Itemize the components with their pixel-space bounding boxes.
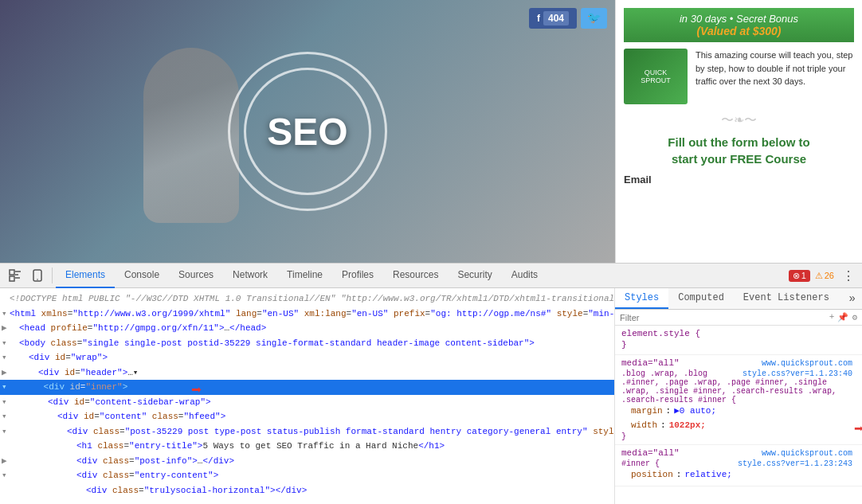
- element-picker-icon[interactable]: [4, 264, 26, 287]
- seo-label: SEO: [267, 110, 347, 154]
- course-section: QUICKSPROUT This amazing course will tea…: [624, 49, 854, 104]
- add-style-icon[interactable]: +: [829, 312, 835, 322]
- svg-point-6: [37, 279, 38, 280]
- html-line: ▶ <head profile="http://gmpg.org/xfn/11"…: [0, 321, 614, 336]
- divider: 〜❧〜: [624, 112, 854, 129]
- seo-circle-outer: SEO: [228, 52, 387, 211]
- html-line: <!DOCTYPE html PUBLIC "-//W3C//DTD XHTML…: [0, 291, 614, 307]
- html-line: ▾ <div class="post-35229 post type-post …: [0, 424, 614, 440]
- devtools-toolbar: Elements Console Sources Network Timelin…: [0, 263, 862, 288]
- email-label: Email: [624, 174, 854, 186]
- html-arrow-indicator: ➡: [191, 378, 202, 404]
- html-line: ▾ <html xmlns="http://www.w3.org/1999/xh…: [0, 307, 614, 322]
- course-image: QUICKSPROUT: [624, 49, 688, 104]
- seo-circle-inner: SEO: [244, 68, 371, 195]
- styles-filter-input[interactable]: [620, 313, 826, 322]
- more-options-button[interactable]: ⋮: [839, 266, 858, 285]
- tab-console[interactable]: Console: [115, 263, 169, 288]
- webpage-right-content: in 30 days • Secret Bonus (Valued at $30…: [615, 0, 862, 263]
- html-line: <h1 class="entry-title"> 5 Ways to get S…: [0, 439, 614, 454]
- style-prop-width: width : 1022px; ➡: [621, 419, 856, 433]
- social-bar: f 404 🐦: [529, 8, 607, 29]
- svg-rect-4: [10, 276, 14, 281]
- facebook-icon: f: [537, 13, 540, 24]
- tab-timeline[interactable]: Timeline: [277, 263, 332, 288]
- selected-html-line[interactable]: ▾ <div id="inner"> ➡: [0, 380, 614, 395]
- twitter-icon: 🐦: [587, 11, 601, 24]
- html-panel[interactable]: <!DOCTYPE html PUBLIC "-//W3C//DTD XHTML…: [0, 288, 615, 504]
- styles-arrow-indicator: ➡: [854, 417, 862, 443]
- facebook-button[interactable]: f 404: [529, 8, 577, 29]
- mobile-emulation-icon[interactable]: [26, 264, 49, 287]
- style-prop-position: position : relative;: [621, 468, 856, 483]
- twitter-button[interactable]: 🐦: [581, 8, 607, 29]
- html-line: ▾ <body class="single single-post postid…: [0, 336, 614, 351]
- style-selector: element.style {: [621, 329, 856, 338]
- html-line: <div class="trulysocial-horizontal"></di…: [0, 483, 614, 498]
- styles-panel: Styles Computed Event Listeners » + 📌 ⚙ …: [615, 288, 862, 504]
- tab-sources[interactable]: Sources: [169, 263, 223, 288]
- html-line: ▾ <div class="entry-content">: [0, 468, 614, 483]
- tab-event-listeners[interactable]: Event Listeners: [734, 288, 839, 309]
- style-media-attr2: media="all": [621, 448, 680, 458]
- warn-icon: ⚠: [815, 271, 823, 281]
- style-close: }: [621, 340, 856, 350]
- style-source3[interactable]: www.quicksprout.com: [762, 449, 856, 458]
- settings-icon[interactable]: ⚙: [852, 312, 857, 322]
- seo-hero-image: SEO f 404 🐦: [0, 0, 615, 263]
- webpage-preview: SEO f 404 🐦 in 30 days • Secret Bonus (V…: [0, 0, 862, 263]
- warn-badge: ⚠ 26: [815, 271, 834, 281]
- tab-resources[interactable]: Resources: [383, 263, 448, 288]
- style-block-media1: media="all" www.quicksprout.com .blog .w…: [615, 355, 862, 445]
- warn-count: 26: [825, 271, 834, 280]
- html-line: ▶ <div class="post-info"> …</div>: [0, 454, 614, 469]
- html-line: ▶ <div id="header"> …▾: [0, 365, 614, 381]
- styles-tab-bar: Styles Computed Event Listeners »: [615, 288, 862, 310]
- style-source4[interactable]: style.css?ver=1.1.23:243: [738, 459, 856, 468]
- style-block-element: element.style { }: [615, 326, 862, 355]
- style-source2[interactable]: style.css?ver=1.1.23:40: [742, 369, 856, 378]
- devtools-main: <!DOCTYPE html PUBLIC "-//W3C//DTD XHTML…: [0, 288, 862, 504]
- style-source1[interactable]: www.quicksprout.com: [762, 359, 856, 368]
- filter-icons: + 📌 ⚙: [829, 312, 857, 322]
- html-line: ▾ <div id="content" class="hfeed">: [0, 409, 614, 424]
- tab-profiles[interactable]: Profiles: [332, 263, 383, 288]
- html-line: ▾ <div id="wrap">: [0, 350, 614, 365]
- html-line: ▾ <div id="content-sidebar-wrap">: [0, 395, 614, 410]
- bonus-header: in 30 days • Secret Bonus (Valued at $30…: [624, 8, 854, 42]
- course-description: This amazing course will teach you, step…: [695, 49, 854, 104]
- tab-audits[interactable]: Audits: [502, 263, 547, 288]
- style-selector-text2: #inner {: [621, 459, 660, 468]
- error-count: 1: [801, 271, 806, 280]
- error-badge: ⊗ 1: [789, 270, 810, 282]
- error-icon: ⊗: [793, 271, 800, 281]
- style-media-attr: media="all": [621, 358, 680, 368]
- styles-tab-more[interactable]: »: [843, 288, 862, 309]
- tab-elements[interactable]: Elements: [56, 263, 115, 288]
- styles-filter-bar: + 📌 ⚙: [615, 310, 862, 326]
- tab-network[interactable]: Network: [223, 263, 277, 288]
- tab-computed[interactable]: Computed: [668, 288, 734, 309]
- style-prop-margin: margin : ▶0 auto;: [621, 404, 856, 419]
- tab-styles[interactable]: Styles: [615, 288, 668, 309]
- style-selector-text: .blog .wrap, .blog: [621, 369, 707, 378]
- cta-text: Fill out the form below to start your FR…: [624, 134, 854, 167]
- pin-icon[interactable]: 📌: [837, 312, 848, 322]
- facebook-count: 404: [543, 11, 569, 25]
- bonus-valued: (Valued at $300): [696, 25, 781, 37]
- style-block-media2: media="all" www.quicksprout.com #inner {…: [615, 445, 862, 486]
- tab-security[interactable]: Security: [448, 263, 501, 288]
- webpage-left-content: SEO f 404 🐦: [0, 0, 615, 263]
- toolbar-right: ⊗ 1 ⚠ 26 ⋮: [789, 266, 858, 285]
- svg-rect-0: [10, 270, 14, 275]
